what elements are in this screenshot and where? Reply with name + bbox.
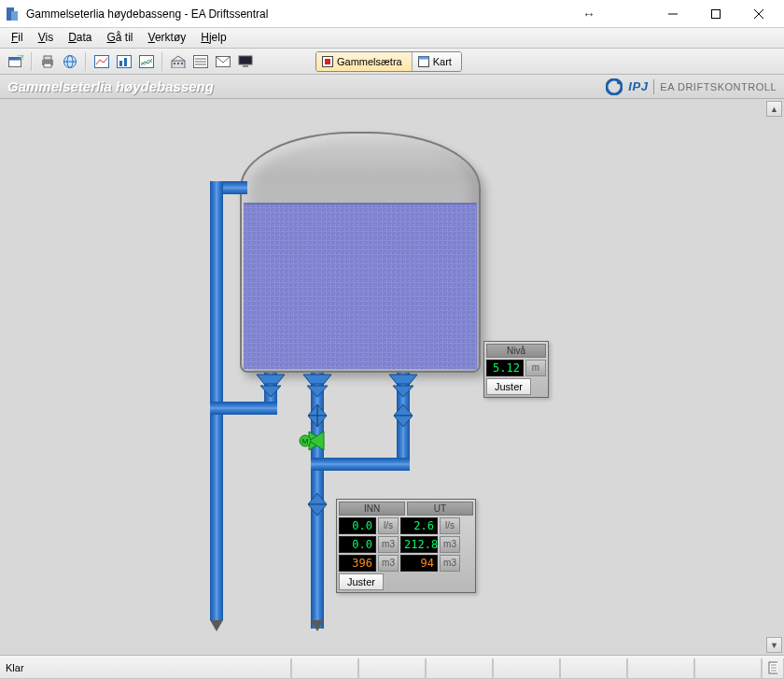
pipe xyxy=(311,458,410,471)
tab-main-label: Gammelsætra xyxy=(337,56,402,67)
scroll-down-button[interactable]: ▼ xyxy=(766,637,782,653)
maximize-button[interactable] xyxy=(694,0,737,28)
flow-adjust-button[interactable]: Juster xyxy=(339,573,384,590)
brand-block: IPJ EA DRIFTSKONTROLL xyxy=(606,78,777,95)
flow-head-in: INN xyxy=(339,502,405,516)
status-bar: Klar xyxy=(0,656,784,679)
monitor-icon[interactable] xyxy=(235,51,256,72)
svg-rect-3 xyxy=(712,9,721,18)
svg-marker-42 xyxy=(317,404,327,416)
flow-in-ls: 0.0 xyxy=(339,517,376,534)
svg-rect-31 xyxy=(325,59,330,64)
view-tabs: Gammelsætra Kart xyxy=(315,51,462,72)
svg-point-35 xyxy=(617,79,621,83)
new-window-icon[interactable] xyxy=(6,51,26,72)
valve-icon xyxy=(304,403,330,429)
building-icon[interactable] xyxy=(168,51,189,72)
tab-map-label: Kart xyxy=(433,56,452,67)
flow-unit-m31: m3 xyxy=(378,536,399,553)
menu-file[interactable]: Fil xyxy=(4,28,31,48)
valve-icon xyxy=(255,373,287,401)
tab-main[interactable]: Gammelsætra xyxy=(316,52,413,71)
level-adjust-button[interactable]: Juster xyxy=(486,378,531,395)
globe-icon[interactable] xyxy=(60,51,80,72)
valve-icon xyxy=(304,491,330,517)
svg-text:M: M xyxy=(302,437,309,446)
brand-text: EA DRIFTSKONTROLL xyxy=(660,81,777,92)
flow-unit-tot1: m3 xyxy=(378,555,399,572)
chart1-icon[interactable] xyxy=(91,51,112,72)
tab-map[interactable]: Kart xyxy=(413,52,461,71)
svg-marker-38 xyxy=(303,375,331,384)
menu-bar: Fil Vis Data Gå til Verktøy Hjelp xyxy=(0,28,784,49)
red-square-icon xyxy=(322,56,333,67)
svg-rect-33 xyxy=(418,56,428,59)
flow-arrow-icon xyxy=(311,620,324,631)
flow-unit-tot2: m3 xyxy=(440,555,460,572)
valve-icon xyxy=(301,373,333,401)
status-ready: Klar xyxy=(0,658,291,679)
status-cell xyxy=(291,658,358,679)
svg-marker-39 xyxy=(307,386,328,397)
menu-help[interactable]: Hjelp xyxy=(193,28,233,48)
toolbar: Gammelsætra Kart xyxy=(0,49,784,75)
flow-out-m3: 212.8 xyxy=(400,536,438,553)
svg-rect-20 xyxy=(174,63,175,64)
flow-out-tot: 94 xyxy=(400,555,438,572)
scada-canvas: ▲ ▼ M xyxy=(0,99,784,656)
flow-head-out: UT xyxy=(407,502,473,516)
svg-marker-52 xyxy=(308,493,327,504)
tank-water-level xyxy=(244,203,477,369)
flow-arrow-icon xyxy=(210,620,223,631)
svg-marker-45 xyxy=(308,416,317,427)
svg-rect-9 xyxy=(44,56,51,60)
svg-marker-44 xyxy=(317,416,327,427)
svg-rect-29 xyxy=(243,65,248,67)
minimize-button[interactable] xyxy=(651,0,694,28)
valve-icon xyxy=(390,403,416,429)
status-cell xyxy=(493,658,560,679)
svg-marker-43 xyxy=(308,404,317,416)
svg-marker-40 xyxy=(389,375,417,384)
chart2-icon[interactable] xyxy=(114,51,134,72)
close-button[interactable] xyxy=(737,0,780,28)
flow-in-m3: 0.0 xyxy=(339,536,376,553)
valve-icon xyxy=(387,373,419,401)
reservoir-tank xyxy=(240,132,481,373)
svg-rect-16 xyxy=(119,61,122,66)
svg-rect-28 xyxy=(239,56,252,64)
svg-rect-17 xyxy=(124,58,127,66)
menu-data[interactable]: Data xyxy=(61,28,99,48)
flow-in-tot: 396 xyxy=(339,555,376,572)
svg-marker-37 xyxy=(260,386,281,397)
brand-logo-text: IPJ xyxy=(628,79,648,93)
envelope-icon[interactable] xyxy=(213,51,233,72)
window-title: Gammelseterlia høydebasseng - EA Driftss… xyxy=(26,7,268,21)
level-gauge-title: Nivå xyxy=(486,344,546,358)
menu-goto[interactable]: Gå til xyxy=(100,28,141,48)
page-header: Gammelseterlia høydebasseng IPJ EA DRIFT… xyxy=(0,75,784,99)
level-value: 5.12 xyxy=(486,360,524,376)
status-cell xyxy=(560,658,627,679)
pipe xyxy=(210,402,277,415)
svg-marker-36 xyxy=(257,375,285,384)
menu-view[interactable]: Vis xyxy=(31,28,61,48)
brand-logo-icon xyxy=(606,78,623,95)
scroll-up-button[interactable]: ▲ xyxy=(766,101,782,117)
status-cell xyxy=(358,658,426,679)
list-icon[interactable] xyxy=(190,51,211,72)
svg-rect-1 xyxy=(11,11,18,21)
menu-tools[interactable]: Verktøy xyxy=(141,28,194,48)
svg-rect-22 xyxy=(181,63,183,64)
resize-handle-icon[interactable]: ↔ xyxy=(582,7,595,21)
motor-valve-icon[interactable]: M xyxy=(298,428,335,454)
status-doc-icon[interactable] xyxy=(762,658,784,679)
svg-marker-41 xyxy=(393,386,413,397)
chart3-icon[interactable] xyxy=(136,51,157,72)
print-icon[interactable] xyxy=(37,51,58,72)
status-cell xyxy=(694,658,762,679)
map-icon xyxy=(418,56,429,67)
page-title: Gammelseterlia høydebasseng xyxy=(7,78,214,94)
flow-unit-m32: m3 xyxy=(440,536,460,553)
app-icon xyxy=(4,6,21,22)
